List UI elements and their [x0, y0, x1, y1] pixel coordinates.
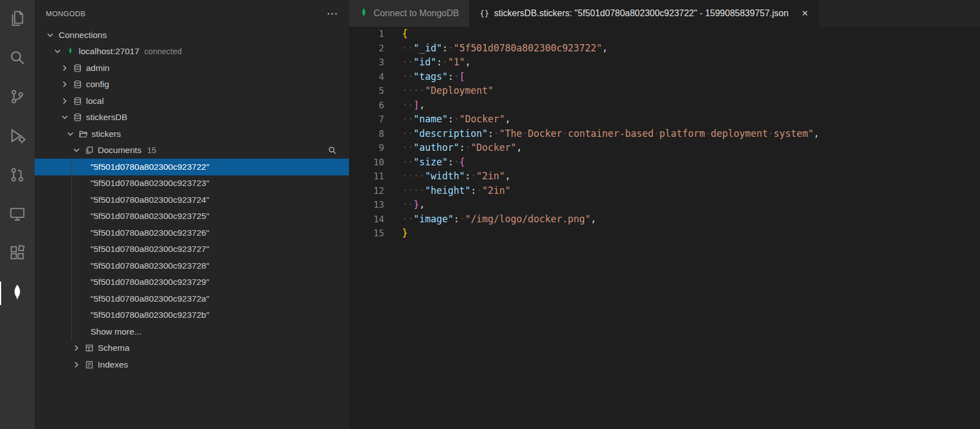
activity-run-and-debug-button[interactable]: [0, 117, 35, 156]
mongodb-leaf-icon: [359, 8, 369, 20]
code-line[interactable]: 8··"description":·"The·Docker·container-…: [349, 127, 980, 141]
activity-source-control-button[interactable]: [0, 78, 35, 117]
tree-item-label: stickersDB: [86, 112, 127, 122]
code-line[interactable]: 2··"_id":·"5f501d0780a802300c923722",: [349, 41, 980, 56]
chevron-down-icon[interactable]: [46, 31, 55, 40]
activity-pull-requests-button[interactable]: [0, 156, 35, 196]
code-line[interactable]: 4··"tags":·[: [349, 70, 980, 84]
code-line[interactable]: 10··"size":·{: [349, 155, 980, 170]
tree-item-doc-726[interactable]: "5f501d0780a802300c923726": [35, 225, 349, 241]
tree-item-label: "5f501d0780a802300c923725": [90, 211, 209, 221]
line-number: 4: [349, 70, 384, 84]
line-number: 2: [349, 41, 384, 56]
line-number: 13: [349, 198, 384, 212]
editor-code[interactable]: 1{2··"_id":·"5f501d0780a802300c923722",3…: [349, 27, 980, 429]
folder-icon: [79, 130, 88, 139]
pull-request-icon: [9, 166, 26, 185]
activity-explorer-button[interactable]: [0, 0, 35, 39]
leaf-icon: [66, 47, 75, 56]
tree-item-show-more[interactable]: Show more...: [35, 323, 349, 340]
tree-item-doc-722[interactable]: "5f501d0780a802300c923722": [35, 159, 349, 175]
code-line[interactable]: 15}: [349, 226, 980, 241]
database-icon: [73, 97, 82, 106]
tree-item-connections[interactable]: Connections: [35, 27, 349, 44]
tree-item-db-local[interactable]: local: [35, 93, 349, 109]
tree-item-label: "5f501d0780a802300c923724": [90, 195, 209, 205]
chevron-down-icon[interactable]: [60, 113, 69, 122]
tree-item-collection-stickers[interactable]: stickers: [35, 126, 349, 142]
tree-item-db-admin[interactable]: admin: [35, 60, 349, 77]
tree-item-localhost-27017[interactable]: localhost:27017connected: [35, 44, 349, 60]
activity-remote-explorer-button[interactable]: [0, 196, 35, 235]
tree-item-doc-728[interactable]: "5f501d0780a802300c923728": [35, 258, 349, 274]
tab-bar: Connect to MongoDB{}stickersDB.stickers:…: [349, 0, 980, 27]
close-icon[interactable]: ✕: [801, 8, 809, 18]
tree-item-indexes[interactable]: Indexes: [35, 356, 349, 373]
code-line[interactable]: 1{: [349, 27, 980, 41]
tree-item-label: "5f501d0780a802300c923729": [90, 277, 209, 287]
tree-item-label: "5f501d0780a802300c923728": [90, 261, 209, 271]
code-line[interactable]: 5····"Deployment": [349, 84, 980, 98]
tree-item-doc-725[interactable]: "5f501d0780a802300c923725": [35, 208, 349, 225]
extensions-icon: [9, 245, 26, 264]
tree-item-label: "5f501d0780a802300c923722": [90, 162, 209, 172]
line-number: 9: [349, 141, 384, 155]
chevron-down-icon[interactable]: [72, 146, 81, 155]
remote-explorer-icon: [9, 206, 26, 225]
line-number: 15: [349, 226, 384, 241]
code-line[interactable]: 9··"author":·"Docker",: [349, 141, 980, 155]
code-text: }: [402, 226, 408, 241]
tree-item-documents[interactable]: Documents15: [35, 142, 349, 159]
code-text: ··},: [402, 198, 425, 212]
database-icon: [73, 113, 82, 122]
code-text: ··"id":·"1",: [402, 55, 471, 70]
tree-item-label: localhost:27017: [79, 46, 140, 56]
code-line[interactable]: 14··"image":·"/img/logo/docker.png",: [349, 212, 980, 227]
tab-document-json[interactable]: {}stickersDB.stickers: "5f501d0780a80230…: [470, 0, 819, 27]
code-line[interactable]: 6··],: [349, 98, 980, 113]
tree-item-label: "5f501d0780a802300c923723": [90, 178, 209, 188]
tree-item-db-config[interactable]: config: [35, 77, 349, 93]
line-number: 11: [349, 169, 384, 184]
activity-search-button[interactable]: [0, 39, 35, 78]
tree-item-doc-723[interactable]: "5f501d0780a802300c923723": [35, 175, 349, 192]
connection-tree: Connectionslocalhost:27017connectedadmin…: [35, 27, 349, 429]
tree-item-doc-72a[interactable]: "5f501d0780a802300c92372a": [35, 290, 349, 307]
chevron-right-icon[interactable]: [72, 344, 81, 352]
chevron-down-icon[interactable]: [66, 130, 75, 139]
tree-item-doc-729[interactable]: "5f501d0780a802300c923729": [35, 274, 349, 291]
chevron-down-icon[interactable]: [53, 47, 62, 56]
editor-area: Connect to MongoDB{}stickersDB.stickers:…: [349, 0, 980, 429]
activity-mongodb-button[interactable]: [0, 274, 35, 313]
activity-extensions-button[interactable]: [0, 235, 35, 274]
more-actions-icon[interactable]: ⋯: [327, 8, 338, 19]
line-number: 3: [349, 55, 384, 70]
search-icon[interactable]: [328, 146, 337, 155]
code-line[interactable]: 11····"width":·"2in",: [349, 169, 980, 184]
code-text: ··"image":·"/img/logo/docker.png",: [402, 212, 596, 227]
tree-item-label: Connections: [59, 30, 107, 40]
tree-item-doc-72b[interactable]: "5f501d0780a802300c92372b": [35, 307, 349, 324]
code-line[interactable]: 3··"id":·"1",: [349, 55, 980, 70]
tree-item-db-stickersdb[interactable]: stickersDB: [35, 109, 349, 126]
line-number: 7: [349, 112, 384, 127]
chevron-right-icon[interactable]: [60, 64, 69, 73]
chevron-right-icon[interactable]: [72, 360, 81, 369]
tree-item-doc-724[interactable]: "5f501d0780a802300c923724": [35, 192, 349, 208]
indexes-icon: [85, 360, 94, 369]
documents-icon: [85, 146, 94, 155]
source-control-icon: [9, 88, 26, 107]
tree-item-doc-727[interactable]: "5f501d0780a802300c923727": [35, 241, 349, 258]
tree-item-schema[interactable]: Schema: [35, 340, 349, 357]
code-line[interactable]: 13··},: [349, 198, 980, 212]
chevron-right-icon[interactable]: [60, 97, 69, 106]
database-icon: [73, 80, 82, 89]
chevron-right-icon[interactable]: [60, 80, 69, 89]
tab-connect-to-mongodb[interactable]: Connect to MongoDB: [349, 0, 470, 27]
code-text: ····"height":·"2in": [402, 184, 511, 198]
code-line[interactable]: 12····"height":·"2in": [349, 184, 980, 198]
files-icon: [9, 10, 26, 29]
code-line[interactable]: 7··"name":·"Docker",: [349, 112, 980, 127]
search-icon: [9, 49, 26, 68]
line-number: 6: [349, 98, 384, 113]
